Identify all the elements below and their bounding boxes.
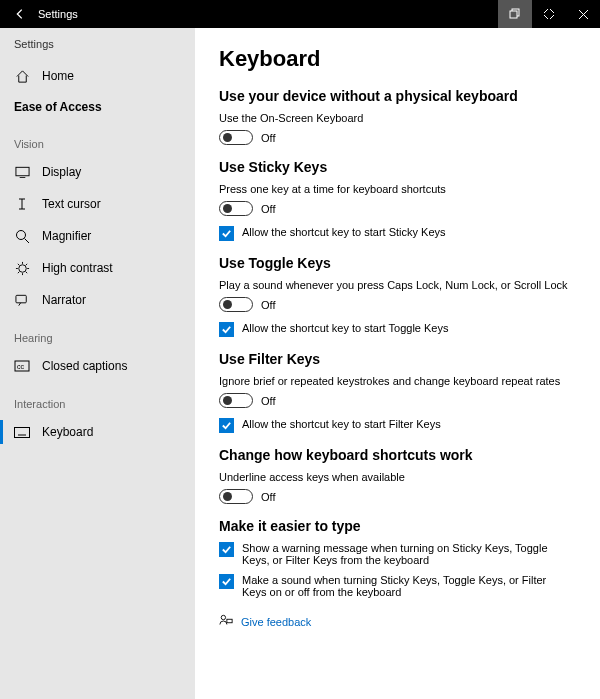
underline-toggle-state: Off [261,491,275,503]
osk-desc: Use the On-Screen Keyboard [219,112,576,124]
sidebar-group-interaction: Interaction [0,382,195,416]
svg-line-5 [24,238,29,243]
filter-toggle-state: Off [261,395,275,407]
sidebar-section-ease-of-access[interactable]: Ease of Access [0,92,195,122]
close-icon [578,9,589,20]
restore-icon [509,8,521,20]
restore-button[interactable] [498,0,532,28]
sidebar-item-label: Ease of Access [14,100,102,114]
sidebar-item-label: Text cursor [42,197,101,211]
sticky-desc: Press one key at a time for keyboard sho… [219,183,576,195]
page-title: Keyboard [219,46,576,72]
svg-rect-2 [15,167,28,175]
sticky-shortcut-label: Allow the shortcut key to start Sticky K… [242,226,446,238]
filter-shortcut-label: Allow the shortcut key to start Filter K… [242,418,441,430]
underline-toggle[interactable] [219,489,253,504]
section-heading-shortcuts: Change how keyboard shortcuts work [219,447,576,463]
svg-rect-17 [227,619,232,623]
svg-point-16 [221,615,225,619]
sidebar: Settings Home Ease of Access Vision Disp… [0,28,195,699]
sidebar-item-keyboard[interactable]: Keyboard [0,416,195,448]
narrator-icon [14,292,30,308]
sidebar-item-magnifier[interactable]: Magnifier [0,220,195,252]
sidebar-item-label: Narrator [42,293,86,307]
sidebar-item-narrator[interactable]: Narrator [0,284,195,316]
maximize-button[interactable] [532,0,566,28]
display-icon [14,164,30,180]
content-area: Keyboard Use your device without a physi… [195,28,600,699]
svg-rect-1 [510,11,517,18]
closed-captions-icon: cc [14,358,30,374]
sidebar-item-high-contrast[interactable]: High contrast [0,252,195,284]
togglekeys-shortcut-checkbox[interactable] [219,322,234,337]
sticky-shortcut-checkbox[interactable] [219,226,234,241]
section-heading-osk: Use your device without a physical keybo… [219,88,576,104]
togglekeys-toggle-state: Off [261,299,275,311]
sidebar-group-hearing: Hearing [0,316,195,350]
svg-point-6 [18,264,26,272]
close-button[interactable] [566,0,600,28]
sticky-toggle[interactable] [219,201,253,216]
svg-point-4 [16,230,25,239]
svg-rect-10 [15,427,30,437]
keyboard-icon [14,424,30,440]
sidebar-item-label: Display [42,165,81,179]
section-heading-toggle: Use Toggle Keys [219,255,576,271]
section-heading-easier: Make it easier to type [219,518,576,534]
back-button[interactable] [6,0,34,28]
magnifier-icon [14,228,30,244]
togglekeys-desc: Play a sound whenever you press Caps Loc… [219,279,576,291]
sidebar-item-label: Magnifier [42,229,91,243]
feedback-icon [219,614,233,630]
breadcrumb: Settings [0,34,195,60]
filter-toggle[interactable] [219,393,253,408]
titlebar-title: Settings [38,8,78,20]
warning-checkbox-label: Show a warning message when turning on S… [242,542,559,566]
feedback-label: Give feedback [241,616,311,628]
sidebar-item-label: High contrast [42,261,113,275]
togglekeys-toggle[interactable] [219,297,253,312]
sidebar-item-label: Home [42,69,74,83]
sound-checkbox[interactable] [219,574,234,589]
arrow-left-icon [13,7,27,21]
section-heading-filter: Use Filter Keys [219,351,576,367]
text-cursor-icon [14,196,30,212]
maximize-icon [543,8,555,20]
sidebar-item-label: Keyboard [42,425,93,439]
svg-text:cc: cc [17,363,25,370]
sidebar-group-vision: Vision [0,122,195,156]
sidebar-item-text-cursor[interactable]: Text cursor [0,188,195,220]
sticky-toggle-state: Off [261,203,275,215]
sidebar-item-home[interactable]: Home [0,60,195,92]
titlebar: Settings [0,0,600,28]
high-contrast-icon [14,260,30,276]
warning-checkbox[interactable] [219,542,234,557]
section-heading-sticky: Use Sticky Keys [219,159,576,175]
osk-toggle[interactable] [219,130,253,145]
osk-toggle-state: Off [261,132,275,144]
give-feedback-link[interactable]: Give feedback [219,614,576,630]
togglekeys-shortcut-label: Allow the shortcut key to start Toggle K… [242,322,448,334]
svg-rect-7 [15,295,25,303]
home-icon [14,68,30,84]
sidebar-item-label: Closed captions [42,359,127,373]
filter-desc: Ignore brief or repeated keystrokes and … [219,375,576,387]
sidebar-item-display[interactable]: Display [0,156,195,188]
filter-shortcut-checkbox[interactable] [219,418,234,433]
sound-checkbox-label: Make a sound when turning Sticky Keys, T… [242,574,559,598]
sidebar-item-closed-captions[interactable]: cc Closed captions [0,350,195,382]
shortcuts-desc: Underline access keys when available [219,471,576,483]
